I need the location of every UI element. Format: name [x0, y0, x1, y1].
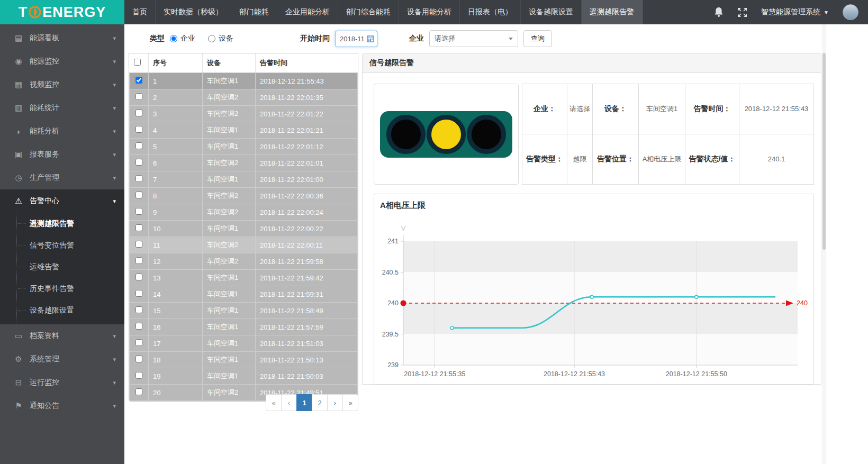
row-checkbox[interactable] [135, 274, 142, 280]
company-label: 企业 [409, 34, 424, 43]
nav-item-5[interactable]: 部门综合能耗 [338, 0, 399, 24]
row-checkbox[interactable] [135, 323, 142, 330]
type-radio-device[interactable]: 设备 [208, 34, 233, 43]
sidebar-item[interactable]: ◗能耗分析▾ [0, 120, 124, 143]
sidebar-item[interactable]: ▣报表服务▾ [0, 143, 124, 166]
company-radio-input[interactable] [170, 35, 177, 42]
table-row[interactable]: 1车间空调12018-12-12 21:55:43 [130, 73, 358, 89]
row-checkbox[interactable] [135, 290, 142, 297]
nav-item-2[interactable]: 实时数据（秒级） [156, 0, 231, 24]
select-all-checkbox[interactable] [134, 59, 141, 66]
row-checkbox[interactable] [135, 126, 142, 133]
row-checkbox[interactable] [135, 208, 142, 215]
company-select[interactable]: 请选择 [429, 30, 518, 47]
table-row[interactable]: 13车间空调12018-11-22 21:59:42 [130, 270, 358, 286]
sidebar-subitem-label: 遥测越限告警 [30, 219, 74, 229]
sidebar-item[interactable]: ◷生产管理▾ [0, 166, 124, 189]
table-row[interactable]: 7车间空调12018-11-22 22:01:00 [130, 171, 358, 188]
row-checkbox[interactable] [135, 306, 142, 313]
row-checkbox[interactable] [135, 356, 142, 362]
row-checkbox[interactable] [135, 339, 142, 346]
nav-item-6[interactable]: 设备用能分析 [399, 0, 460, 24]
nav-item-4[interactable]: 企业用能分析 [277, 0, 338, 24]
row-checkbox[interactable] [135, 142, 142, 149]
row-checkbox[interactable] [135, 175, 142, 182]
sidebar-subitem[interactable]: 信号变位告警 [16, 234, 124, 256]
type-radio-company[interactable]: 企业 [170, 34, 195, 43]
nav-item-9[interactable]: 遥测越限告警 [582, 0, 643, 24]
fullscreen-icon[interactable] [737, 7, 747, 17]
sidebar-item[interactable]: ⚠告警中心▾ [0, 189, 124, 213]
nav-item-7[interactable]: 日报表（电） [460, 0, 521, 24]
device-radio-input[interactable] [208, 35, 215, 42]
row-checkbox[interactable] [135, 372, 142, 379]
table-row[interactable]: 16车间空调12018-11-22 21:57:59 [130, 319, 358, 335]
table-header-row: 序号设备告警时间 [130, 53, 358, 73]
table-row[interactable]: 14车间空调12018-11-22 21:59:31 [130, 286, 358, 303]
table-row[interactable]: 4车间空调12018-11-22 22:01:21 [130, 122, 358, 139]
row-checkbox[interactable] [135, 224, 142, 231]
row-checkbox[interactable] [135, 241, 142, 248]
page-button-«[interactable]: « [266, 394, 282, 411]
table-row[interactable]: 19车间空调12018-11-22 21:50:03 [130, 368, 358, 385]
sidebar-subitem[interactable]: 运维告警 [16, 256, 124, 278]
row-seq: 6 [149, 155, 203, 171]
calendar-icon[interactable] [367, 35, 374, 42]
row-checkbox[interactable] [135, 192, 142, 198]
row-checkbox-cell [130, 89, 149, 106]
sidebar-item[interactable]: ▦视频监控▾ [0, 73, 124, 96]
sidebar-item[interactable]: ⚙系统管理▾ [0, 348, 124, 371]
chevron-down-icon: ▾ [113, 198, 116, 205]
svg-text:241: 241 [387, 238, 399, 245]
row-checkbox[interactable] [135, 77, 142, 84]
scrollbar-thumb[interactable] [822, 53, 826, 250]
page-button-‹[interactable]: ‹ [281, 394, 297, 411]
row-checkbox-cell [130, 122, 149, 139]
sidebar-item[interactable]: ◉能源监控▾ [0, 50, 124, 73]
system-title-menu[interactable]: 智慧能源管理系统 ▼ [761, 7, 829, 17]
search-button[interactable]: 查询 [523, 30, 552, 47]
row-device: 车间空调2 [203, 89, 256, 106]
table-row[interactable]: 11车间空调22018-11-22 22:00:11 [130, 237, 358, 253]
table-row[interactable]: 9车间空调22018-11-22 22:00:24 [130, 204, 358, 221]
table-row[interactable]: 8车间空调22018-11-22 22:00:36 [130, 188, 358, 204]
notification-bell-icon[interactable] [714, 7, 724, 17]
table-row[interactable]: 3车间空调22018-11-22 22:01:22 [130, 106, 358, 122]
sidebar-subitem[interactable]: 遥测越限告警 [16, 213, 124, 234]
page-button-1[interactable]: 1 [296, 394, 312, 411]
page-button-›[interactable]: › [327, 394, 343, 411]
nav-item-3[interactable]: 部门能耗 [231, 0, 277, 24]
table-row[interactable]: 15车间空调12018-11-22 21:58:49 [130, 303, 358, 319]
table-row[interactable]: 6车间空调22018-11-22 22:01:01 [130, 155, 358, 171]
table-row[interactable]: 10车间空调12018-11-22 22:00:22 [130, 221, 358, 237]
table-row[interactable]: 5车间空调12018-11-22 22:01:12 [130, 139, 358, 155]
page-button-2[interactable]: 2 [312, 394, 328, 411]
table-row[interactable]: 12车间空调22018-11-22 21:59:58 [130, 253, 358, 270]
sidebar-item[interactable]: ▭档案资料▾ [0, 324, 124, 348]
row-checkbox[interactable] [135, 110, 142, 116]
alarm-info-table: 企业：请选择设备：车间空调1告警时间：2018-12-12 21:55:43告警… [522, 84, 814, 185]
row-seq: 14 [149, 286, 203, 303]
row-checkbox-cell [130, 352, 149, 368]
row-seq: 12 [149, 253, 203, 270]
sidebar-subitem[interactable]: 设备越限设置 [16, 299, 124, 321]
row-checkbox[interactable] [135, 159, 142, 166]
row-checkbox[interactable] [135, 257, 142, 264]
vertical-scrollbar[interactable] [822, 24, 826, 464]
row-seq: 18 [149, 352, 203, 368]
sidebar-subitem[interactable]: 历史事件告警 [16, 278, 124, 299]
row-checkbox[interactable] [135, 93, 142, 100]
sidebar-item[interactable]: ⚑通知公告▾ [0, 394, 124, 417]
nav-item-1[interactable]: 首页 [124, 0, 156, 24]
nav-item-8[interactable]: 设备越限设置 [521, 0, 582, 24]
sidebar-item[interactable]: ▤能源看板▾ [0, 26, 124, 50]
table-row[interactable]: 2车间空调22018-11-22 22:01:35 [130, 89, 358, 106]
sidebar-item[interactable]: ▥能耗统计▾ [0, 96, 124, 120]
table-row[interactable]: 17车间空调12018-11-22 21:51:03 [130, 335, 358, 352]
system-title: 智慧能源管理系统 [761, 7, 820, 17]
page-button-»[interactable]: » [342, 394, 358, 411]
sidebar-item[interactable]: ⊟运行监控▾ [0, 371, 124, 394]
table-row[interactable]: 18车间空调12018-11-22 21:50:13 [130, 352, 358, 368]
user-avatar[interactable] [843, 4, 858, 20]
voltage-chart-card: A相电压上限 V241240.5240239.52392018-12-12 21… [374, 194, 814, 385]
